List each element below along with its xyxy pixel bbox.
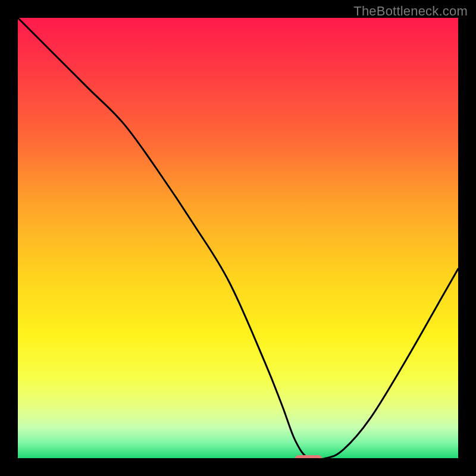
bottleneck-curve	[18, 18, 458, 458]
watermark-text: TheBottleneck.com	[353, 4, 468, 19]
optimal-marker	[295, 455, 321, 458]
plot-area	[18, 18, 458, 458]
chart-frame: TheBottleneck.com	[0, 0, 476, 476]
